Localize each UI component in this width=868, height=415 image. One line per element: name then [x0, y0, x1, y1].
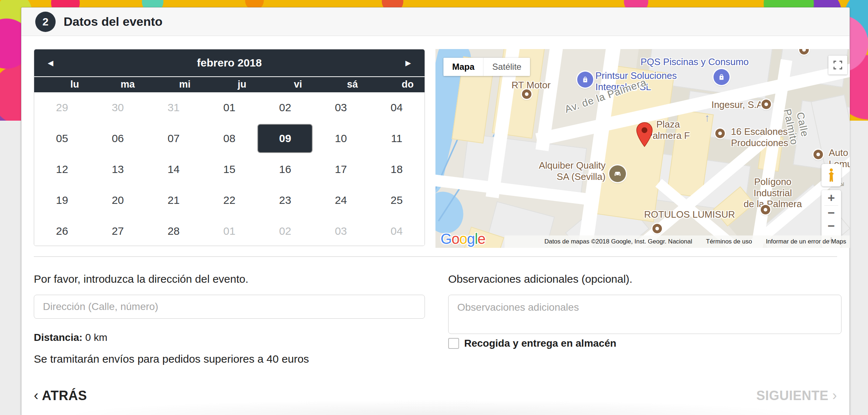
calendar-day-03[interactable]: 03	[313, 215, 369, 246]
calendar-day-02[interactable]: 02	[257, 215, 313, 246]
report-map-error-link[interactable]: Informar de un error de Maps	[766, 238, 846, 245]
page-title: Datos del evento	[64, 15, 162, 29]
distance-text: Distancia: 0 km	[34, 332, 107, 343]
zoom-out-button[interactable]: −	[821, 219, 841, 233]
map-label: Alquiber Quality SA (Sevilla)	[539, 160, 606, 182]
calendar-day-20[interactable]: 20	[90, 185, 145, 215]
address-heading: Por favor, introduzca la dirección del e…	[34, 273, 248, 285]
calendar-day-28[interactable]: 28	[146, 215, 201, 246]
calendar-day-02[interactable]: 02	[257, 92, 313, 123]
calendar-day-27[interactable]: 27	[90, 215, 145, 246]
map-label: RT Motor	[511, 80, 550, 91]
calendar-day-09[interactable]: 09	[257, 123, 313, 154]
pegman-icon	[826, 168, 837, 182]
calendar-day-12[interactable]: 12	[34, 154, 90, 185]
location-marker-icon[interactable]	[636, 122, 653, 162]
calendar-day-19[interactable]: 19	[34, 185, 90, 215]
calendar-day-23[interactable]: 23	[257, 185, 313, 215]
weekday-label: ju	[201, 77, 257, 92]
calendar-day-10[interactable]: 10	[313, 123, 369, 154]
weekday-label: do	[369, 77, 425, 92]
calendar-day-18[interactable]: 18	[369, 154, 425, 185]
zoom-in-button[interactable]: +	[821, 190, 841, 205]
map-type-map-button[interactable]: Mapa	[443, 58, 483, 76]
warehouse-checkbox-row: Recogida y entrega en almacén	[448, 338, 616, 349]
map-data-copyright: Datos de mapas ©2018 Google, Inst. Geogr…	[544, 238, 692, 245]
distance-label: Distancia:	[34, 332, 83, 343]
oneway-arrow-icon: ↑	[704, 112, 710, 124]
map-label: ROTULOS LUMISUR	[644, 209, 735, 220]
calendar-day-22[interactable]: 22	[201, 185, 257, 215]
event-data-card: 2 Datos del evento ◀ febrero 2018 ▶ luma…	[21, 7, 850, 415]
calendar-day-31[interactable]: 31	[146, 92, 201, 123]
address-input[interactable]	[34, 295, 425, 319]
back-button[interactable]: ‹ ATRÁS	[34, 388, 87, 403]
google-logo[interactable]: Google	[441, 231, 485, 247]
google-map[interactable]: RT MotorPrintsur Soluciones Integrales S…	[435, 49, 850, 248]
calendar-day-21[interactable]: 21	[146, 185, 201, 215]
calendar-day-24[interactable]: 24	[313, 185, 369, 215]
weekday-label: lu	[34, 77, 90, 92]
card-header: 2 Datos del evento	[21, 8, 849, 36]
map-type-control: Mapa Satélite	[443, 58, 530, 76]
calendar-day-30[interactable]: 30	[90, 92, 145, 123]
calendar-day-16[interactable]: 16	[257, 154, 313, 185]
calendar-day-17[interactable]: 17	[313, 154, 369, 185]
fullscreen-icon	[833, 60, 843, 70]
poi-dot-icon	[522, 89, 531, 99]
calendar-day-01[interactable]: 01	[201, 215, 257, 246]
poi-dot-icon	[761, 100, 771, 109]
shopping-poi-icon	[714, 69, 730, 85]
weekday-label: vi	[257, 77, 313, 92]
calendar-day-13[interactable]: 13	[90, 154, 145, 185]
calendar-day-14[interactable]: 14	[146, 154, 201, 185]
calendar-day-08[interactable]: 08	[201, 123, 257, 154]
calendar-day-01[interactable]: 01	[201, 92, 257, 123]
fullscreen-button[interactable]	[828, 56, 847, 74]
map-type-satellite-button[interactable]: Satélite	[483, 58, 530, 76]
poi-dot-icon	[652, 224, 662, 233]
calendar-day-25[interactable]: 25	[369, 185, 425, 215]
poi-dot-icon	[715, 129, 725, 138]
shopping-poi-icon	[577, 72, 593, 88]
shipping-note: Se tramitarán envíos para pedidos superi…	[34, 353, 309, 365]
calendar-day-04[interactable]: 04	[369, 215, 425, 246]
observations-heading: Observaciones adicionales (opcional).	[448, 273, 632, 285]
calendar-day-04[interactable]: 04	[369, 92, 425, 123]
warehouse-checkbox-label: Recogida y entrega en almacén	[464, 338, 616, 349]
calendar-day-05[interactable]: 05	[34, 123, 90, 154]
distance-value: 0 km	[85, 332, 108, 343]
footer-navigation: ‹ ATRÁS SIGUIENTE ›	[34, 388, 837, 403]
next-chevron-icon: ›	[832, 388, 837, 403]
calendar-day-29[interactable]: 29	[34, 92, 90, 123]
calendar-next-button[interactable]: ▶	[392, 49, 425, 76]
warehouse-checkbox[interactable]	[448, 338, 459, 349]
calendar-day-06[interactable]: 06	[90, 123, 145, 154]
zoom-out-button[interactable]: −	[821, 206, 841, 219]
back-chevron-icon: ‹	[34, 388, 39, 403]
map-label: PQS Piscinas y Consumo	[640, 56, 749, 68]
weekday-label: mi	[146, 77, 201, 92]
weekday-label: ma	[90, 77, 145, 92]
map-attribution: Datos de mapas ©2018 Google, Inst. Geogr…	[505, 235, 850, 248]
next-button[interactable]: SIGUIENTE ›	[756, 388, 837, 403]
poi-dot-icon	[813, 150, 823, 159]
calendar-weekdays: lumamijuvisádo	[34, 76, 425, 92]
poi-dot-icon	[761, 205, 770, 214]
calendar-day-07[interactable]: 07	[146, 123, 201, 154]
section-divider	[34, 256, 837, 257]
weekday-label: sá	[313, 77, 369, 92]
observations-input[interactable]	[448, 295, 841, 334]
calendar-grid: 2930310102030405060708091011121314151617…	[34, 92, 425, 246]
calendar-day-11[interactable]: 11	[369, 123, 425, 154]
map-label: Ingesur, S.A	[711, 99, 763, 110]
calendar-header: ◀ febrero 2018 ▶	[34, 49, 425, 76]
calendar-day-03[interactable]: 03	[313, 92, 369, 123]
calendar-day-26[interactable]: 26	[34, 215, 90, 246]
calendar-day-15[interactable]: 15	[201, 154, 257, 185]
calendar-prev-button[interactable]: ◀	[34, 49, 67, 76]
terms-of-use-link[interactable]: Términos de uso	[706, 238, 752, 245]
map-label: Polígono Industrial de la Palmera	[734, 176, 811, 210]
pegman-button[interactable]	[821, 164, 841, 186]
calendar-month-label: febrero 2018	[197, 57, 262, 69]
